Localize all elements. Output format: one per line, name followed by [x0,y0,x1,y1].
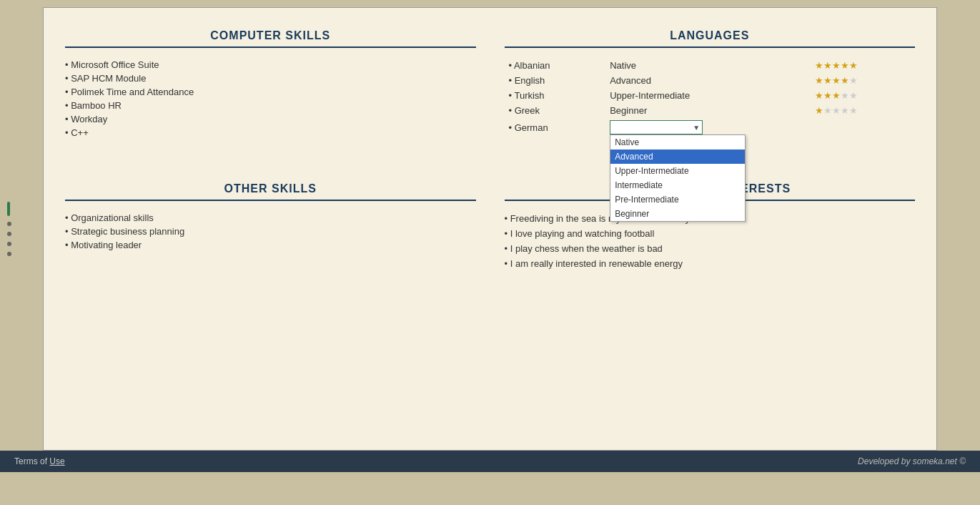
dropdown-option-native[interactable]: Native [610,135,745,149]
language-name: Turkish [505,88,606,103]
sidebar-dot [7,242,11,246]
sidebar-dots [7,202,11,256]
language-stars: ★★★★★ [811,73,915,88]
page-wrapper: COMPUTER SKILLS Microsoft Office Suite S… [0,0,980,451]
list-item: Motivating leader [65,238,476,252]
language-level: Advanced [605,73,811,88]
table-row: English Advanced ★★★★★ [505,73,916,88]
language-stars: ★★★★★ [811,103,915,118]
dropdown-option-beginner[interactable]: Beginner [610,207,745,221]
terms-link[interactable]: Use [49,456,64,466]
main-card: COMPUTER SKILLS Microsoft Office Suite S… [43,7,937,451]
languages-section: LANGUAGES Albanian Native ★★★★★ English … [505,22,916,154]
language-level: Beginner [605,103,811,118]
table-row: Turkish Upper-Intermediate ★★★★★ [505,88,916,103]
list-item: I play chess when the weather is bad [505,241,916,256]
language-stars: ★★★★★ [811,58,915,73]
language-dropdown-cell: ▼ Native Advanced Upper-Intermediate Int… [605,118,811,137]
level-dropdown-container: ▼ Native Advanced Upper-Intermediate Int… [610,120,703,134]
languages-table: Albanian Native ★★★★★ English Advanced ★… [505,58,916,137]
footer-developed: Developed by someka.net © [858,456,966,466]
table-row: German ▼ Native Advanced [505,118,916,137]
sidebar-dot [7,252,11,256]
language-name: Albanian [505,58,606,73]
list-item: Bamboo HR [65,99,476,112]
dropdown-list: Native Advanced Upper-Intermediate Inter… [610,134,746,222]
language-stars: ★★★★★ [811,88,915,103]
dropdown-option-pre-intermediate[interactable]: Pre-Intermediate [610,192,745,207]
footer: Terms of Use Developed by someka.net © [0,451,980,472]
list-item: SAP HCM Module [65,72,476,85]
list-item: C++ [65,126,476,139]
sidebar-indicator [7,202,10,216]
list-item: I love playing and watching football [505,226,916,241]
content-grid: COMPUTER SKILLS Microsoft Office Suite S… [65,22,915,285]
list-item: Workday [65,112,476,126]
sidebar-dot [7,222,11,226]
table-row: Albanian Native ★★★★★ [505,58,916,73]
terms-label: Terms of [14,456,49,466]
other-skills-title: OTHER SKILLS [65,182,476,201]
language-name: English [505,73,606,88]
list-item: Strategic business planning [65,225,476,238]
list-item: Organizational skills [65,211,476,225]
footer-terms: Terms of Use [14,456,65,466]
sidebar-dot [7,232,11,236]
language-level: Native [605,58,811,73]
dropdown-option-intermediate[interactable]: Intermediate [610,178,745,192]
language-name: German [505,118,606,137]
dropdown-option-upper-intermediate[interactable]: Upper-Intermediate [610,164,745,178]
computer-skills-section: COMPUTER SKILLS Microsoft Office Suite S… [65,22,476,154]
list-item: Microsoft Office Suite [65,58,476,72]
level-dropdown[interactable] [610,120,703,134]
language-name: Greek [505,103,606,118]
list-item: Polimek Time and Attendance [65,85,476,99]
dropdown-option-advanced[interactable]: Advanced [610,149,745,164]
computer-skills-list: Microsoft Office Suite SAP HCM Module Po… [65,58,476,139]
list-item: I am really interested in renewable ener… [505,256,916,271]
languages-title: LANGUAGES [505,29,916,48]
table-row: Greek Beginner ★★★★★ [505,103,916,118]
language-stars-empty [811,118,915,137]
computer-skills-title: COMPUTER SKILLS [65,29,476,48]
other-skills-list: Organizational skills Strategic business… [65,211,476,252]
other-skills-section: OTHER SKILLS Organizational skills Strat… [65,175,476,285]
language-level: Upper-Intermediate [605,88,811,103]
